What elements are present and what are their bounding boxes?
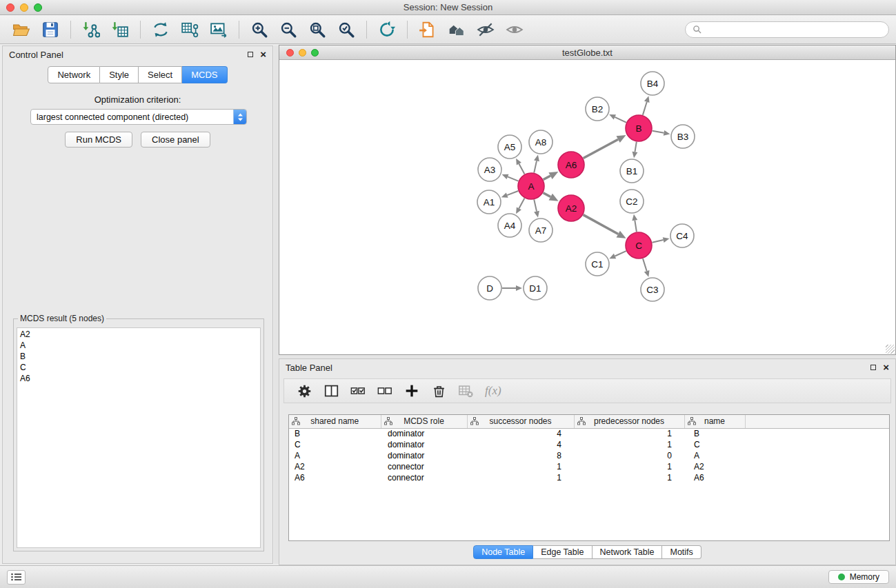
search-field[interactable] bbox=[685, 21, 889, 38]
column-header-mcds-role[interactable]: MCDS role bbox=[381, 415, 467, 428]
graph-node-A5[interactable]: A5 bbox=[498, 135, 521, 159]
graph-node-A4[interactable]: A4 bbox=[498, 214, 521, 237]
graph-node-B1[interactable]: B1 bbox=[620, 159, 644, 183]
close-table-panel-icon[interactable]: × bbox=[883, 363, 889, 372]
graph-node-D[interactable]: D bbox=[478, 276, 501, 300]
graph-edge[interactable] bbox=[507, 191, 518, 195]
graph-node-C4[interactable]: C4 bbox=[670, 224, 694, 247]
close-panel-button[interactable]: Close panel bbox=[141, 132, 210, 148]
mcds-result-item[interactable]: A bbox=[20, 340, 257, 351]
graph-node-A3[interactable]: A3 bbox=[478, 158, 501, 181]
graph-node-C3[interactable]: C3 bbox=[641, 278, 664, 301]
import-table-button[interactable] bbox=[106, 17, 135, 42]
graph-node-C[interactable]: C bbox=[626, 232, 652, 258]
zoom-out-button[interactable] bbox=[274, 17, 303, 42]
graph-node-B2[interactable]: B2 bbox=[586, 97, 609, 121]
float-table-panel-icon[interactable] bbox=[870, 365, 876, 370]
save-session-button[interactable] bbox=[36, 17, 65, 42]
criterion-dropdown[interactable]: largest connected component (directed) bbox=[30, 109, 247, 125]
deselect-all-columns-button[interactable] bbox=[375, 381, 395, 401]
tab-motifs[interactable]: Motifs bbox=[662, 545, 701, 559]
minimize-window-button[interactable] bbox=[20, 3, 28, 12]
graph-node-A[interactable]: A bbox=[518, 173, 544, 199]
hide-details-button[interactable] bbox=[471, 17, 500, 42]
graph-node-D1[interactable]: D1 bbox=[524, 276, 547, 300]
zoom-selected-button[interactable] bbox=[332, 17, 361, 42]
run-mcds-button[interactable]: Run MCDS bbox=[65, 132, 132, 148]
tab-mcds[interactable]: MCDS bbox=[182, 66, 227, 83]
graph-edge[interactable] bbox=[653, 131, 664, 133]
graph-edge[interactable] bbox=[635, 221, 637, 232]
clone-network-button[interactable] bbox=[146, 17, 175, 42]
tab-node-table[interactable]: Node Table bbox=[473, 545, 533, 559]
graph-edge[interactable] bbox=[534, 200, 537, 212]
tab-network[interactable]: Network bbox=[48, 66, 100, 83]
graph-node-A1[interactable]: A1 bbox=[477, 190, 501, 214]
open-document-button[interactable] bbox=[413, 17, 442, 42]
graph-edge[interactable] bbox=[653, 240, 664, 243]
refresh-layout-button[interactable] bbox=[372, 17, 401, 42]
open-session-button[interactable] bbox=[7, 17, 36, 42]
show-details-button[interactable] bbox=[500, 17, 529, 42]
table-row[interactable]: Cdominator41C bbox=[289, 439, 889, 450]
zoom-window-button[interactable] bbox=[34, 3, 42, 12]
table-settings-button[interactable] bbox=[294, 381, 315, 401]
graph-node-A7[interactable]: A7 bbox=[529, 219, 552, 242]
network-from-table-button[interactable] bbox=[175, 17, 204, 42]
graph-edge[interactable] bbox=[615, 251, 626, 256]
graph-node-A8[interactable]: A8 bbox=[529, 130, 552, 154]
delete-column-button[interactable] bbox=[428, 381, 449, 401]
table-row[interactable]: Adominator80A bbox=[289, 450, 889, 461]
mcds-result-item[interactable]: C bbox=[20, 362, 257, 373]
select-all-columns-button[interactable] bbox=[348, 381, 368, 401]
graph-edge[interactable] bbox=[584, 215, 619, 234]
tab-style[interactable]: Style bbox=[100, 66, 139, 83]
graph-edge[interactable] bbox=[584, 139, 619, 158]
table-row[interactable]: Bdominator41B bbox=[289, 428, 889, 439]
function-builder-button[interactable]: f(x) bbox=[485, 384, 501, 398]
graph-node-C2[interactable]: C2 bbox=[620, 190, 644, 213]
graph-edge[interactable] bbox=[519, 164, 524, 174]
home-button[interactable] bbox=[442, 17, 471, 42]
show-columns-button[interactable] bbox=[321, 381, 341, 401]
search-input[interactable] bbox=[706, 24, 882, 34]
graph-edge[interactable] bbox=[519, 199, 524, 209]
float-panel-icon[interactable] bbox=[248, 52, 253, 57]
tab-edge-table[interactable]: Edge Table bbox=[533, 545, 592, 559]
graph-edge[interactable] bbox=[615, 117, 626, 123]
zoom-fit-button[interactable] bbox=[303, 17, 332, 42]
graph-edge[interactable] bbox=[635, 142, 636, 152]
column-header-predecessor-nodes[interactable]: predecessor nodes bbox=[574, 415, 684, 428]
graph-edge[interactable] bbox=[544, 176, 550, 180]
graph-edge[interactable] bbox=[544, 193, 551, 197]
graph-node-C1[interactable]: C1 bbox=[586, 252, 609, 276]
graph-edge[interactable] bbox=[508, 176, 518, 181]
export-image-button[interactable] bbox=[204, 17, 233, 42]
zoom-in-button[interactable] bbox=[245, 17, 274, 42]
column-header-successor-nodes[interactable]: successor nodes bbox=[467, 415, 574, 428]
add-column-button[interactable] bbox=[401, 381, 422, 401]
vertical-splitter[interactable] bbox=[274, 45, 279, 564]
mcds-result-item[interactable]: A2 bbox=[20, 329, 257, 340]
table-row[interactable]: A6connector11A6 bbox=[289, 472, 889, 483]
column-header-name[interactable]: name bbox=[684, 415, 745, 428]
graph-node-A6[interactable]: A6 bbox=[558, 152, 584, 178]
graph-edge[interactable] bbox=[643, 258, 647, 271]
resize-grip[interactable] bbox=[886, 345, 895, 354]
tab-select[interactable]: Select bbox=[139, 66, 182, 83]
zoom-network-window-button[interactable] bbox=[311, 49, 319, 57]
graph-node-B3[interactable]: B3 bbox=[671, 125, 695, 148]
mcds-result-item[interactable]: B bbox=[20, 351, 257, 362]
close-network-window-button[interactable] bbox=[286, 49, 294, 57]
graph-node-A2[interactable]: A2 bbox=[558, 195, 584, 221]
close-window-button[interactable] bbox=[6, 3, 14, 12]
task-history-button[interactable] bbox=[7, 570, 26, 585]
mcds-result-item[interactable]: A6 bbox=[20, 373, 257, 384]
graph-edge[interactable] bbox=[534, 161, 537, 172]
delete-table-button[interactable] bbox=[455, 381, 476, 401]
column-header-shared-name[interactable]: shared name bbox=[289, 415, 381, 428]
graph-node-B[interactable]: B bbox=[626, 115, 652, 141]
tab-network-table[interactable]: Network Table bbox=[593, 545, 663, 559]
import-network-button[interactable] bbox=[77, 17, 106, 42]
graph-node-B4[interactable]: B4 bbox=[641, 72, 664, 95]
